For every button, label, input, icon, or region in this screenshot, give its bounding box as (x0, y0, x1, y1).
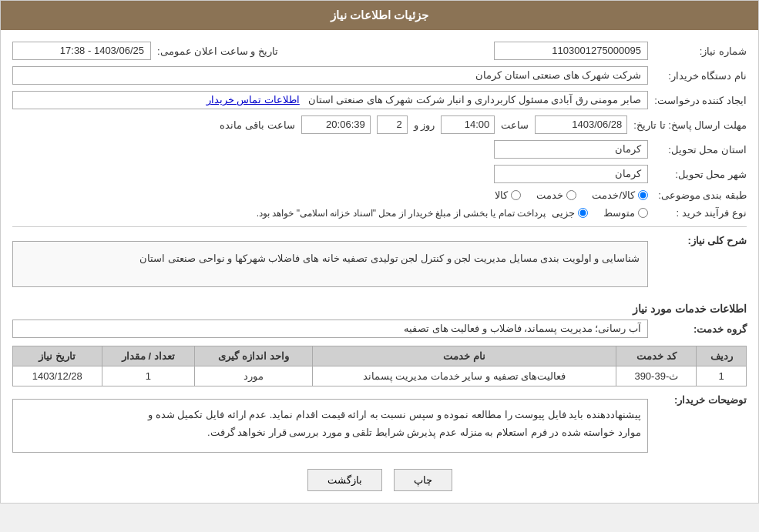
delivery-city-label: شهر محل تحویل: (654, 169, 747, 180)
purchase-motawaset-label: متوسط (603, 207, 635, 219)
category-kala-radio[interactable] (511, 190, 521, 200)
deadline-days: 2 (377, 115, 408, 134)
col-radif: ردیف (697, 346, 747, 366)
col-code: کد خدمت (616, 346, 697, 366)
cell-name: فعالیت‌های تصفیه و سایر خدمات مدیریت پسم… (312, 366, 616, 386)
need-number-value: 1103001275000095 (494, 42, 648, 60)
services-table: ردیف کد خدمت نام خدمت واحد اندازه گیری ت… (12, 346, 747, 386)
purchase-type-label: نوع فرآیند خرید : (654, 207, 747, 219)
buyer-notes: پیشنهاددهنده باید فایل پیوست را مطالعه ن… (12, 399, 648, 453)
print-button[interactable]: چاپ (394, 469, 452, 491)
services-title: اطلاعات خدمات مورد نیاز (12, 303, 747, 315)
col-date: تاریخ نیاز (13, 346, 102, 366)
service-group-value: آب رسانی؛ مدیریت پسماند، فاضلاب و فعالیت… (12, 320, 648, 338)
back-button[interactable]: بازگشت (307, 469, 382, 491)
cell-unit: مورد (195, 366, 312, 386)
category-kala-khadamat-label: کالا/خدمت (592, 189, 635, 201)
deadline-date: 1403/06/28 (535, 115, 627, 134)
purchase-jozii-option[interactable]: جزیی (552, 207, 588, 219)
purchase-motawaset-radio[interactable] (638, 208, 648, 218)
category-khadamat-radio[interactable] (566, 190, 576, 200)
col-count: تعداد / مقدار (102, 346, 195, 366)
category-kala-label: کالا (495, 189, 508, 201)
category-kala-khadamat-radio[interactable] (638, 190, 648, 200)
deadline-days-label: روز و (414, 119, 435, 131)
delivery-city-value: کرمان (494, 165, 648, 183)
announce-value: 1403/06/25 - 17:38 (12, 42, 151, 60)
col-unit: واحد اندازه گیری (195, 346, 312, 366)
purchase-motawaset-option[interactable]: متوسط (603, 207, 648, 219)
col-name: نام خدمت (312, 346, 616, 366)
category-khadamat-option[interactable]: خدمت (536, 189, 576, 201)
need-number-label: شماره نیاز: (654, 45, 747, 57)
requester-value: صابر مومنی رق آبادی مسئول کاربرداری و ان… (12, 91, 648, 109)
delivery-province-label: استان محل تحویل: (654, 144, 747, 156)
cell-radif: 1 (697, 366, 747, 386)
buyer-notes-label: توضیحات خریدار: (654, 394, 747, 406)
cell-count: 1 (102, 366, 195, 386)
purchase-jozii-label: جزیی (552, 207, 575, 219)
page-title: جزئیات اطلاعات نیاز (1, 1, 758, 30)
announce-label: تاریخ و ساعت اعلان عمومی: (157, 45, 278, 57)
purchase-jozii-radio[interactable] (578, 208, 588, 218)
remaining-time: 20:06:39 (301, 115, 371, 134)
general-desc-value: شناسایی و اولویت بندی مسایل مدیریت لجن و… (12, 241, 648, 287)
requester-label: ایجاد کننده درخواست: (654, 95, 747, 106)
table-row: 1 ث-39-390 فعالیت‌های تصفیه و سایر خدمات… (13, 366, 747, 386)
cell-code: ث-39-390 (616, 366, 697, 386)
category-khadamat-label: خدمت (536, 189, 563, 201)
buyer-org-value: شرکت شهرک های صنعتی استان کرمان (12, 66, 648, 85)
category-kala-option[interactable]: کالا (495, 189, 521, 201)
deadline-time-label: ساعت (501, 119, 529, 131)
buttons-area: چاپ بازگشت (12, 469, 747, 491)
buyer-org-label: نام دستگاه خریدار: (654, 70, 747, 82)
service-group-label: گروه خدمت: (654, 323, 747, 335)
purchase-note: پرداخت تمام یا بخشی از مبلغ خریدار از مح… (12, 208, 546, 219)
cell-date: 1403/12/28 (13, 366, 102, 386)
requester-link[interactable]: اطلاعات تماس خریدار (207, 94, 300, 105)
remaining-label: ساعت باقی مانده (220, 119, 294, 131)
deadline-time: 14:00 (441, 115, 495, 134)
category-label: طبقه بندی موضوعی: (654, 189, 747, 201)
category-kala-khadamat-option[interactable]: کالا/خدمت (592, 189, 648, 201)
general-desc-label: شرح کلی نیاز: (654, 235, 747, 246)
delivery-province-value: کرمان (494, 140, 648, 159)
deadline-label: مهلت ارسال پاسخ: تا تاریخ: (633, 119, 747, 131)
